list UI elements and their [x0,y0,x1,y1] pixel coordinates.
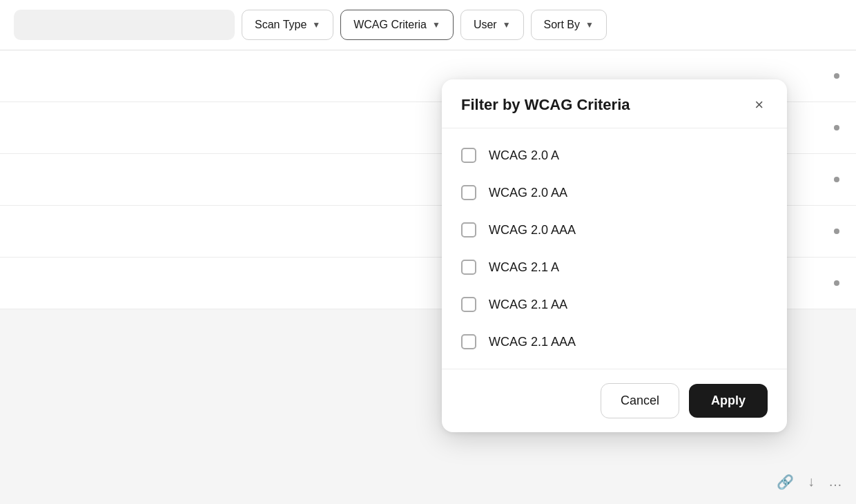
row-indicator [834,177,839,182]
scan-type-label: Scan Type [255,19,307,31]
option-label-wcag20aaa: WCAG 2.0 AAA [489,223,576,238]
toolbar: Scan Type ▼ WCAG Criteria ▼ User ▼ Sort … [0,0,856,50]
option-wcag21aa[interactable]: WCAG 2.1 AA [442,286,787,323]
checkbox-wcag20aa[interactable] [461,185,476,200]
share-icon[interactable]: 🔗 [777,474,794,490]
panel-header: Filter by WCAG Criteria × [442,79,787,128]
checkbox-wcag21aa[interactable] [461,297,476,312]
search-bar[interactable] [14,10,235,40]
row-indicator [834,125,839,130]
download-icon[interactable]: ↓ [808,474,815,490]
panel-footer: Cancel Apply [442,369,787,432]
row-indicator [834,280,839,286]
user-button[interactable]: User ▼ [460,10,524,40]
wcag-criteria-button[interactable]: WCAG Criteria ▼ [340,10,454,40]
option-label-wcag21a: WCAG 2.1 A [489,260,559,275]
option-label-wcag20aa: WCAG 2.0 AA [489,186,567,200]
option-wcag21a[interactable]: WCAG 2.1 A [442,249,787,286]
checkbox-wcag21a[interactable] [461,260,476,275]
option-label-wcag21aa: WCAG 2.1 AA [489,298,567,312]
checkbox-wcag21aaa[interactable] [461,334,476,349]
sort-by-button[interactable]: Sort By ▼ [531,10,607,40]
option-label-wcag21aaa: WCAG 2.1 AAA [489,335,576,349]
chevron-down-icon: ▼ [312,20,320,30]
sort-by-label: Sort By [544,19,580,31]
row-indicator [834,229,839,234]
checkbox-wcag20a[interactable] [461,148,476,163]
option-label-wcag20a: WCAG 2.0 A [489,148,559,163]
more-options-icon[interactable]: … [828,474,842,490]
wcag-criteria-label: WCAG Criteria [353,19,427,31]
chevron-down-icon: ▼ [503,20,511,30]
panel-title: Filter by WCAG Criteria [461,96,630,114]
close-button[interactable]: × [750,96,768,114]
filter-options: WCAG 2.0 A WCAG 2.0 AA WCAG 2.0 AAA WCAG… [442,128,787,369]
row-indicator [834,73,839,79]
option-wcag20aa[interactable]: WCAG 2.0 AA [442,174,787,211]
option-wcag20aaa[interactable]: WCAG 2.0 AAA [442,211,787,249]
checkbox-wcag20aaa[interactable] [461,222,476,238]
apply-button[interactable]: Apply [689,384,768,418]
chevron-down-icon: ▼ [585,20,594,30]
scan-type-button[interactable]: Scan Type ▼ [242,10,333,40]
user-label: User [474,19,497,31]
cancel-button[interactable]: Cancel [601,383,679,418]
wcag-filter-panel: Filter by WCAG Criteria × WCAG 2.0 A WCA… [442,79,787,432]
chevron-down-icon: ▼ [432,20,440,30]
option-wcag20a[interactable]: WCAG 2.0 A [442,137,787,174]
bottom-icons: 🔗 ↓ … [777,474,842,490]
option-wcag21aaa[interactable]: WCAG 2.1 AAA [442,323,787,360]
